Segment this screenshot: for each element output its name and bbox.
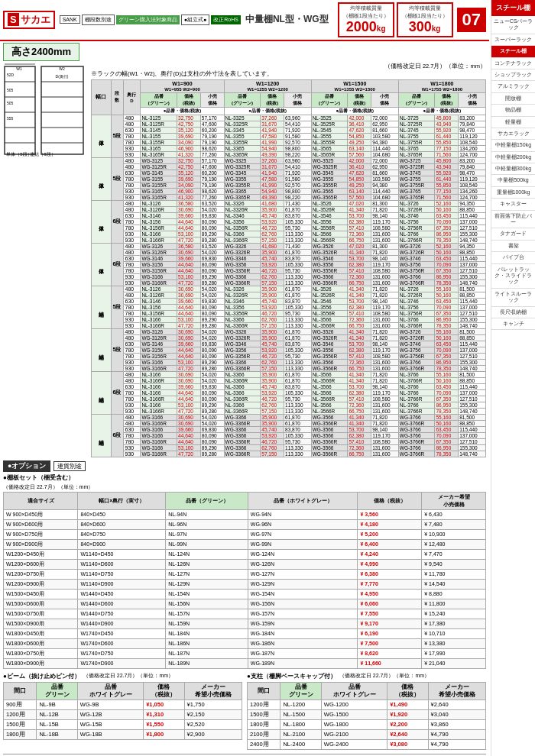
sidebar-item-19[interactable]: パイプ台 — [491, 252, 535, 263]
sidebar-item-6[interactable]: 開放棚 — [491, 93, 535, 105]
options-row: W 900×D600用840×D600NL-96NWG-96N¥ 4,180¥ … — [4, 519, 486, 529]
header-badges: SANK 棚段数別途 グリーン購入法対象商品 ●組立式● 改正RoHS 中量棚N… — [60, 13, 338, 26]
svg-rect-9 — [41, 66, 83, 154]
sidebar-item-9[interactable]: サカエラック — [491, 128, 535, 140]
sidebar-item-15[interactable]: キャスター — [491, 199, 535, 210]
beam-section: ●ビーム（抜け止めピン付） （価格改定日 22.7月）（単位：mm） 間口 品番… — [3, 672, 242, 750]
sidebar-item-14[interactable]: 重量棚1000kg — [491, 187, 535, 199]
sidebar-item-13[interactable]: 中量棚500kg — [491, 175, 535, 186]
badge-tana: 棚段数別途 — [82, 15, 115, 25]
table-note: ※ラックの幅(W1・W2)、奥行(D)は支柱の外寸法を表しています。 — [91, 70, 486, 78]
logo-text: サカエ — [21, 13, 50, 27]
options-row: W 900×D750用840×D750NL-97NWG-97N¥ 5,200¥ … — [4, 529, 486, 539]
support-row: 1800用NL-1800WG-1800¥2,200¥3,860 — [248, 719, 486, 729]
sidebar-item-23[interactable]: キャンチ — [491, 318, 535, 330]
sidebar-item-18[interactable]: 書架 — [491, 241, 535, 252]
options-row: W 900×D450用840×D450NL-94NWG-94N¥ 3,560¥ … — [4, 509, 486, 519]
price-note: （価格改定日 22.7月）（単位：mm） — [91, 63, 486, 70]
options-row: W1500×D900用W1440×D900NL-159NWG-159N¥ 9,1… — [4, 619, 486, 628]
svg-text:52D: 52D — [7, 73, 15, 77]
support-section: ●支柱（柵脚ベースキャップ付） （価格改定日 22.7月）（単位：mm） 間口 … — [247, 672, 486, 750]
right-sidebar: スチール棚 ニューCSパーラックスーパーラックスチール棚コンテナラックショップラ… — [491, 0, 535, 756]
sidebar-item-16[interactable]: 前面落下防止バー — [491, 211, 535, 229]
svg-text:505: 505 — [7, 88, 14, 92]
svg-text:2400: 2400 — [3, 103, 4, 111]
weight-boxes: 均等積載質量（棚板1段当たり） 2000kg 均等積載質量（棚板1段当たり） 3… — [338, 2, 453, 37]
weight-box-2: 均等積載質量（棚板1段当たり） 300kg — [397, 2, 453, 37]
sidebar-category-steelrack[interactable]: スチール棚 — [491, 0, 535, 16]
sidebar-item-17[interactable]: タナガード — [491, 228, 535, 240]
options-row: W1200×D750用W1140×D750NL-127NWG-127N¥ 6,3… — [4, 569, 486, 579]
support-row: 1500用NL-1500WG-1500¥1,920¥3,040 — [248, 709, 486, 719]
svg-text:単体（5段）: 単体（5段） — [6, 152, 31, 157]
sidebar-item-0[interactable]: ニューCSパーラック — [491, 16, 535, 34]
badge-sank: SANK — [60, 15, 80, 24]
sidebar-item-4[interactable]: ショップラック — [491, 69, 535, 81]
logo-s: S — [8, 13, 19, 26]
options-row: W1800×D450用W1740×D450NL-184NWG-184N¥ 6,1… — [4, 628, 486, 638]
options-row: W1200×D900用W1140×D900NL-129NWG-129N¥ 7,7… — [4, 579, 486, 589]
sidebar-item-11[interactable]: 中軽量棚200kg — [491, 152, 535, 163]
options-row: W1800×D750用W1740×D750NL-187NWG-187N¥ 8,6… — [4, 648, 486, 658]
beam-row: 900用NL-9BWG-9B¥1,050¥1,750 — [4, 699, 242, 709]
sidebar-item-10[interactable]: 中軽量棚150kg — [491, 140, 535, 151]
beam-row: 1200用NL-12BWG-12B¥1,310¥2,150 — [4, 709, 242, 719]
weight-box-1: 均等積載質量（棚板1段当たり） 2000kg — [338, 2, 394, 37]
svg-rect-0 — [5, 66, 35, 154]
beam-row: 1500用NL-15BWG-15B¥1,550¥2,520 — [4, 719, 242, 729]
options-row: W1200×D450用W1140×D450NL-124NWG-124N¥ 4,2… — [4, 549, 486, 559]
support-row: 2100用NL-2100WG-2100¥2,640¥4,790 — [248, 729, 486, 739]
svg-text:555: 555 — [7, 116, 14, 121]
svg-text:W2: W2 — [59, 66, 65, 71]
support-table: 間口 品番グリーン 品番ホワイトグレー 価格（税抜） メーカー希望小売価格 12… — [247, 682, 486, 750]
shelf-set-section: ●棚板セット（梱受含む） （価格改定日 22.7月）（単位：mm） 適合サイズ … — [3, 473, 486, 669]
svg-text:W1: W1 — [16, 66, 22, 71]
badge-green: グリーン購入法対象商品 — [116, 15, 180, 24]
sidebar-item-22[interactable]: 長尺収納棚 — [491, 307, 535, 318]
sidebar-item-5[interactable]: アルミラック — [491, 81, 535, 92]
options-header: ●オプション 連貨別途 — [3, 460, 486, 472]
svg-text:505: 505 — [7, 101, 14, 105]
options-row: W1500×D450用W1440×D450NL-154NWG-154N¥ 4,9… — [4, 589, 486, 599]
badge-kumitate: ●組立式● — [181, 15, 209, 25]
options-row: W 900×D900用840×D900NL-99NWG-99N¥ 6,400¥ … — [4, 539, 486, 549]
sidebar-item-21[interactable]: ライトスルーラック — [491, 289, 535, 307]
options-row: W1500×D600用W1440×D600NL-156NWG-156N¥ 6,0… — [4, 599, 486, 609]
top-header: S サカエ SANK 棚段数別途 グリーン購入法対象商品 ●組立式● 改正RoH… — [0, 0, 489, 41]
options-table: 適合サイズ 幅口×奥行（実寸） 品番（グリーン） 品番（ホワイトグレー） 価格（… — [3, 492, 486, 669]
svg-text:D(奥行): D(奥行) — [56, 74, 69, 79]
sidebar-item-1[interactable]: スーパーラック — [491, 34, 535, 46]
support-row: 1200用NL-1200WG-1200¥1,490¥2,640 — [248, 699, 486, 709]
options-row: W1200×D600用W1140×D600NL-126NWG-126N¥ 4,9… — [4, 559, 486, 569]
main-product-table: 幅口 段数 奥行D W1=900W1=955 W2=900 W1=1200W1=… — [91, 79, 486, 457]
options-row: W1800×D900用W1740×D900NL-189NWG-189N¥ 11,… — [4, 658, 486, 668]
sidebar-item-20[interactable]: パレットラック・スライドラック — [491, 264, 535, 289]
beam-row: 1800用NL-18BWG-18B¥1,800¥2,900 — [4, 729, 242, 739]
shelf-diagram: 単体（5段） W1 52D 505 505 555 — [3, 63, 87, 163]
sidebar-item-3[interactable]: コンテナラック — [491, 58, 535, 69]
product-type-label: 中量棚NL型・WG型 — [245, 13, 329, 26]
badge-rohs: 改正RoHS — [211, 15, 241, 24]
support-row: 2400用NL-2400WG-2400¥3,080¥4,790 — [248, 739, 486, 749]
height-badge: 高さ2400mm — [3, 43, 79, 61]
sidebar-item-8[interactable]: 軽量棚 — [491, 117, 535, 128]
options-row: W1800×D600用W1740×D600NL-186NWG-186N¥ 7,5… — [4, 638, 486, 648]
sidebar-item-12[interactable]: 中軽量棚300kg — [491, 163, 535, 175]
options-row: W1500×D750用W1440×D750NL-157NWG-157N¥ 7,5… — [4, 609, 486, 619]
sidebar-item-7[interactable]: 物品棚 — [491, 105, 535, 116]
sidebar-item-2[interactable]: スチール棚 — [491, 46, 535, 57]
svg-text:連結（6段）: 連結（6段） — [30, 152, 55, 157]
logo: S サカエ — [3, 11, 55, 29]
beam-table: 間口 品番グリーン 品番ホワイトグレー 価格（税抜） メーカー希望小売価格 90… — [3, 682, 242, 740]
page-num-header: 07 — [457, 8, 486, 32]
